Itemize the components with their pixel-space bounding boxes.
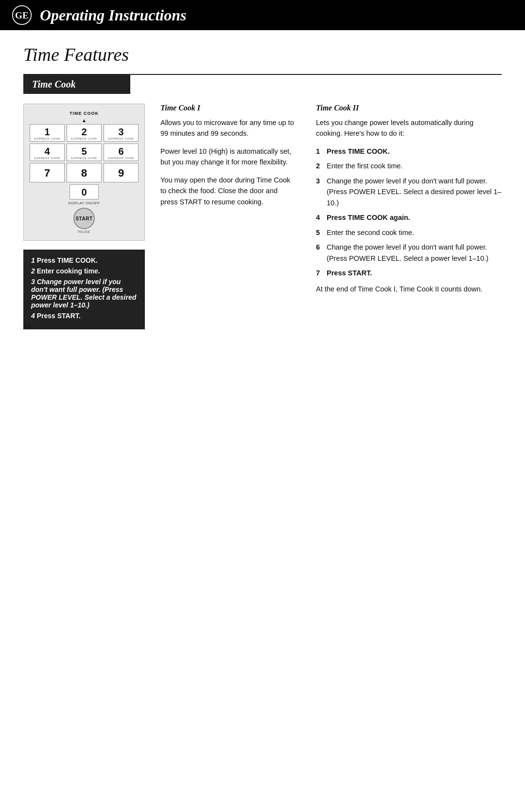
keypad-mockup: TIME COOK ▲ 1 EXPRESS COOK 2 EXPRESS COO… [23, 104, 145, 241]
instruction-step-1: 1 Press TIME COOK. [31, 256, 137, 264]
time-cook-1-para-1: Allows you to microwave for any time up … [160, 117, 297, 139]
right-column: Time Cook II Lets you change power level… [316, 104, 502, 329]
tc2-step-1: 1 Press TIME COOK. [316, 146, 502, 157]
tc2-step-7: 7 Press START. [316, 268, 502, 278]
keypad-key-1[interactable]: 1 EXPRESS COOK [30, 124, 65, 142]
time-cook-2-intro: Lets you change power levels automatical… [316, 117, 502, 139]
keypad-row-1: 1 EXPRESS COOK 2 EXPRESS COOK 3 EXPRESS … [30, 124, 139, 142]
tc2-step-3: 3 Change the power level if you don't wa… [316, 176, 502, 208]
keypad-key-6[interactable]: 6 EXPRESS COOK [104, 144, 139, 161]
keypad-key-3[interactable]: 3 EXPRESS COOK [104, 124, 139, 142]
keypad-key-8[interactable]: 8 [67, 163, 102, 182]
keypad-start-button[interactable]: START [73, 208, 95, 229]
instruction-step-2: 2 Enter cooking time. [31, 267, 137, 275]
tc2-step-2: 2 Enter the first cook time. [316, 161, 502, 171]
keypad-pause-label: PAUSE [78, 230, 90, 234]
keypad-key-9[interactable]: 9 [104, 163, 139, 182]
keypad-zero-row: 0 [30, 184, 139, 199]
middle-column: Time Cook I Allows you to microwave for … [160, 104, 297, 329]
keypad-row-3: 7 8 9 [30, 163, 139, 182]
instruction-step-3: 3 Change power level if you don't want f… [31, 278, 137, 309]
ge-logo-icon: GE [12, 5, 32, 25]
time-cook-2-steps: 1 Press TIME COOK. 2 Enter the first coo… [316, 146, 502, 279]
keypad-row-2: 4 EXPRESS COOK 5 EXPRESS COOK 6 EXPRESS … [30, 144, 139, 161]
time-cook-1-para-3: You may open the door during Time Cook t… [160, 175, 297, 207]
time-cook-1-para-2: Power level 10 (High) is automatically s… [160, 146, 297, 168]
keypad-start-area: START PAUSE [30, 208, 139, 234]
keypad-key-0[interactable]: 0 [70, 184, 99, 199]
keypad-arrow-icon: ▲ [30, 118, 139, 123]
header-title: Operating Instructions [40, 6, 186, 24]
page-title: Time Features [23, 44, 502, 65]
keypad-key-4[interactable]: 4 EXPRESS COOK [30, 144, 65, 161]
keypad-key-7[interactable]: 7 [30, 163, 65, 182]
svg-text:GE: GE [15, 10, 29, 20]
keypad-key-2[interactable]: 2 EXPRESS COOK [67, 124, 102, 142]
content-area: TIME COOK ▲ 1 EXPRESS COOK 2 EXPRESS COO… [23, 104, 502, 329]
tc2-step-6: 6 Change the power level if you don't wa… [316, 242, 502, 264]
time-cook-1-title: Time Cook I [160, 104, 297, 112]
instruction-step-4: 4 Press START. [31, 312, 137, 320]
time-cook-2-title: Time Cook II [316, 104, 502, 112]
instructions-box: 1 Press TIME COOK. 2 Enter cooking time.… [23, 250, 145, 329]
page-number: 14 [23, 322, 31, 329]
time-cook-2-footer: At the end of Time Cook I, Time Cook II … [316, 284, 502, 294]
page-header: GE Operating Instructions [0, 0, 525, 30]
keypad-key-5[interactable]: 5 EXPRESS COOK [67, 144, 102, 161]
tc2-step-4: 4 Press TIME COOK again. [316, 212, 502, 223]
keypad-display-label: DISPLAY ON/OFF [30, 201, 139, 205]
left-panel: TIME COOK ▲ 1 EXPRESS COOK 2 EXPRESS COO… [23, 104, 145, 329]
section-header: Time Cook [23, 75, 130, 94]
tc2-step-5: 5 Enter the second cook time. [316, 227, 502, 238]
keypad-timecook-label: TIME COOK [30, 111, 139, 116]
